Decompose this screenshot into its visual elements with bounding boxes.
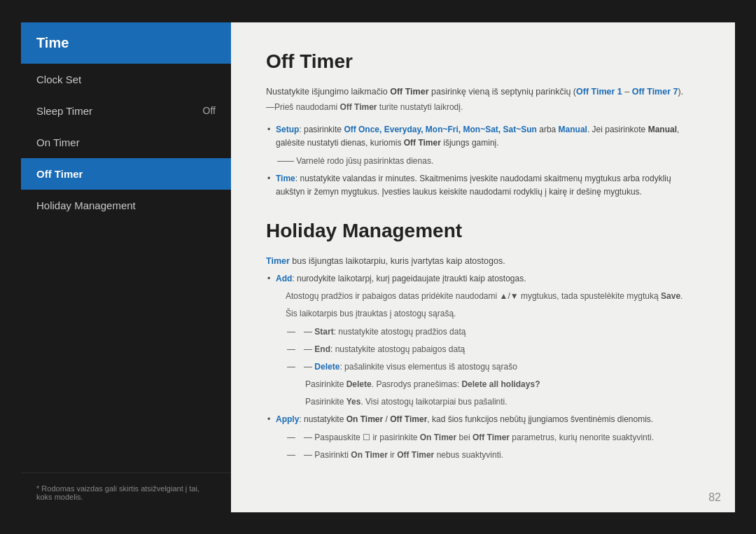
sidebar-item-clock-set[interactable]: Clock Set [21, 64, 231, 95]
holiday-apply-sub1: — Paspauskite ☐ ir pasirinkite On Timer … [295, 431, 700, 444]
off-timer-time-bullet: Time: nustatykite valandas ir minutes. S… [276, 172, 700, 199]
holiday-add-sub2: Šis laikotarpis bus įtrauktas į atostogų… [286, 307, 700, 321]
off-timer-intro: Nustatykite išjungimo laikmačio Off Time… [266, 85, 700, 99]
holiday-add-sub1: Atostogų pradžios ir pabaigos datas prid… [286, 290, 700, 303]
off-timer-setup-bullet: Setup: pasirinkite Off Once, Everyday, M… [276, 123, 700, 150]
off-timer-note2: — Varnelė rodo jūsų pasirinktas dienas. [286, 155, 700, 168]
page-number: 82 [708, 491, 721, 504]
off-timer-setup-section: Setup: pasirinkite Off Once, Everyday, M… [266, 123, 700, 199]
holiday-intro: Timer bus išjungtas laikotarpiu, kuris į… [266, 255, 700, 268]
off-timer-title: Off Timer [266, 50, 700, 73]
holiday-delete-sub2: Pasirinkite Yes. Visi atostogų laikotarp… [305, 395, 700, 409]
holiday-apply-sub2: — Pasirinkti On Timer ir Off Timer nebus… [295, 449, 700, 462]
sidebar-item-off-timer[interactable]: Off Timer [21, 158, 231, 190]
sidebar-footer: * Rodomas vaizdas gali skirtis atsižvelg… [21, 472, 231, 512]
holiday-management-title: Holiday Management [266, 220, 700, 242]
holiday-delete-sub1: Pasirinkite Delete. Pasrodys pranešimas:… [305, 378, 700, 391]
sidebar-item-on-timer[interactable]: On Timer [21, 127, 231, 158]
sidebar-item-label: Clock Set [36, 73, 81, 85]
off-timer-note: Prieš naudodami Off Timer turite nustaty… [266, 102, 700, 112]
holiday-section: Holiday Management Timer bus išjungtas l… [266, 220, 700, 462]
sidebar-item-value: Off [203, 105, 216, 116]
sidebar: Time Clock Set Sleep Timer Off On Timer … [21, 22, 231, 512]
holiday-delete: — Delete: pašalinkite visus elementus iš… [295, 360, 700, 374]
holiday-add-section: Add: nurodykite laikotarpį, kurį pageida… [266, 272, 700, 462]
sidebar-item-sleep-timer[interactable]: Sleep Timer Off [21, 95, 231, 127]
sidebar-item-holiday-management[interactable]: Holiday Management [21, 190, 231, 221]
sidebar-item-label: On Timer [36, 136, 80, 148]
sidebar-item-label: Off Timer [36, 168, 83, 180]
holiday-apply-bullet: Apply: nustatykite On Timer / Off Timer,… [276, 413, 700, 426]
sidebar-title: Time [21, 22, 231, 64]
holiday-end: — End: nustatykite atostogų pabaigos dat… [295, 343, 700, 356]
sidebar-item-label: Holiday Management [36, 199, 136, 211]
main-content: Off Timer Nustatykite išjungimo laikmači… [231, 22, 735, 512]
holiday-start: — Start: nustatykite atostogų pradžios d… [295, 325, 700, 339]
sidebar-item-label: Sleep Timer [36, 105, 92, 117]
holiday-add-bullet: Add: nurodykite laikotarpį, kurį pageida… [276, 272, 700, 286]
